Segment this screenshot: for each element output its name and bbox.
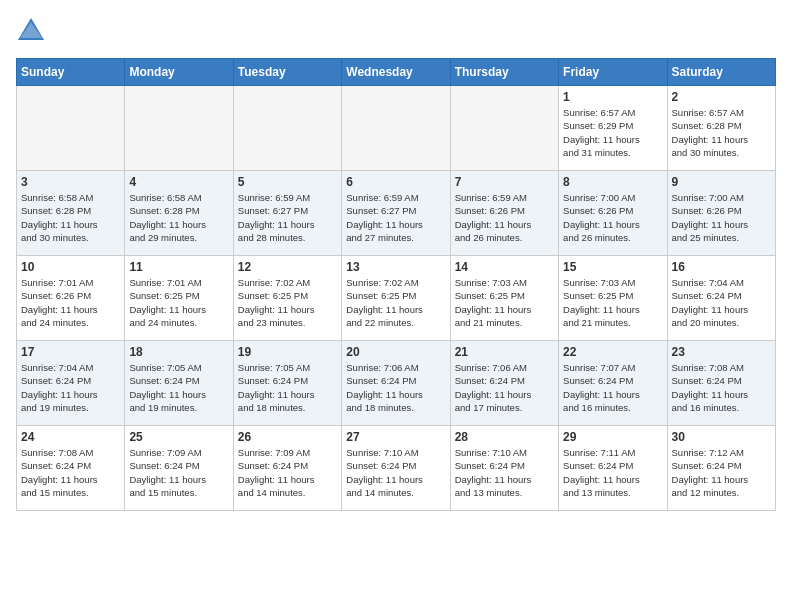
calendar-cell: 18Sunrise: 7:05 AM Sunset: 6:24 PM Dayli… [125,341,233,426]
weekday-header-sunday: Sunday [17,59,125,86]
logo-icon [16,16,46,46]
day-info: Sunrise: 6:58 AM Sunset: 6:28 PM Dayligh… [129,191,228,244]
day-number: 19 [238,345,337,359]
weekday-header-saturday: Saturday [667,59,775,86]
calendar-cell: 17Sunrise: 7:04 AM Sunset: 6:24 PM Dayli… [17,341,125,426]
calendar-week-row: 1Sunrise: 6:57 AM Sunset: 6:29 PM Daylig… [17,86,776,171]
day-info: Sunrise: 7:09 AM Sunset: 6:24 PM Dayligh… [238,446,337,499]
day-number: 24 [21,430,120,444]
day-info: Sunrise: 6:59 AM Sunset: 6:26 PM Dayligh… [455,191,554,244]
day-info: Sunrise: 7:00 AM Sunset: 6:26 PM Dayligh… [672,191,771,244]
day-number: 6 [346,175,445,189]
calendar-cell: 20Sunrise: 7:06 AM Sunset: 6:24 PM Dayli… [342,341,450,426]
calendar-cell: 6Sunrise: 6:59 AM Sunset: 6:27 PM Daylig… [342,171,450,256]
day-number: 28 [455,430,554,444]
weekday-header-wednesday: Wednesday [342,59,450,86]
day-number: 3 [21,175,120,189]
calendar-cell: 29Sunrise: 7:11 AM Sunset: 6:24 PM Dayli… [559,426,667,511]
weekday-header-monday: Monday [125,59,233,86]
day-info: Sunrise: 7:02 AM Sunset: 6:25 PM Dayligh… [238,276,337,329]
day-info: Sunrise: 6:59 AM Sunset: 6:27 PM Dayligh… [238,191,337,244]
calendar-cell: 7Sunrise: 6:59 AM Sunset: 6:26 PM Daylig… [450,171,558,256]
calendar-cell: 27Sunrise: 7:10 AM Sunset: 6:24 PM Dayli… [342,426,450,511]
calendar-cell: 26Sunrise: 7:09 AM Sunset: 6:24 PM Dayli… [233,426,341,511]
day-info: Sunrise: 7:08 AM Sunset: 6:24 PM Dayligh… [21,446,120,499]
day-number: 12 [238,260,337,274]
calendar-cell: 11Sunrise: 7:01 AM Sunset: 6:25 PM Dayli… [125,256,233,341]
calendar-cell: 30Sunrise: 7:12 AM Sunset: 6:24 PM Dayli… [667,426,775,511]
weekday-header-friday: Friday [559,59,667,86]
calendar-cell [125,86,233,171]
day-number: 26 [238,430,337,444]
day-number: 4 [129,175,228,189]
calendar-cell [450,86,558,171]
calendar-cell: 24Sunrise: 7:08 AM Sunset: 6:24 PM Dayli… [17,426,125,511]
calendar-cell: 28Sunrise: 7:10 AM Sunset: 6:24 PM Dayli… [450,426,558,511]
day-number: 18 [129,345,228,359]
day-number: 27 [346,430,445,444]
day-number: 25 [129,430,228,444]
calendar-cell [17,86,125,171]
day-number: 17 [21,345,120,359]
day-number: 11 [129,260,228,274]
day-number: 20 [346,345,445,359]
day-info: Sunrise: 7:07 AM Sunset: 6:24 PM Dayligh… [563,361,662,414]
day-info: Sunrise: 7:06 AM Sunset: 6:24 PM Dayligh… [346,361,445,414]
day-info: Sunrise: 7:03 AM Sunset: 6:25 PM Dayligh… [563,276,662,329]
calendar-cell: 16Sunrise: 7:04 AM Sunset: 6:24 PM Dayli… [667,256,775,341]
day-info: Sunrise: 7:04 AM Sunset: 6:24 PM Dayligh… [672,276,771,329]
calendar-cell: 21Sunrise: 7:06 AM Sunset: 6:24 PM Dayli… [450,341,558,426]
calendar-week-row: 17Sunrise: 7:04 AM Sunset: 6:24 PM Dayli… [17,341,776,426]
day-number: 29 [563,430,662,444]
day-number: 21 [455,345,554,359]
day-info: Sunrise: 7:05 AM Sunset: 6:24 PM Dayligh… [129,361,228,414]
day-number: 30 [672,430,771,444]
calendar-cell: 23Sunrise: 7:08 AM Sunset: 6:24 PM Dayli… [667,341,775,426]
day-info: Sunrise: 7:05 AM Sunset: 6:24 PM Dayligh… [238,361,337,414]
calendar-cell: 15Sunrise: 7:03 AM Sunset: 6:25 PM Dayli… [559,256,667,341]
weekday-header-row: SundayMondayTuesdayWednesdayThursdayFrid… [17,59,776,86]
day-number: 1 [563,90,662,104]
calendar-cell [233,86,341,171]
calendar-cell: 19Sunrise: 7:05 AM Sunset: 6:24 PM Dayli… [233,341,341,426]
day-number: 7 [455,175,554,189]
calendar-cell: 14Sunrise: 7:03 AM Sunset: 6:25 PM Dayli… [450,256,558,341]
day-info: Sunrise: 7:04 AM Sunset: 6:24 PM Dayligh… [21,361,120,414]
logo [16,16,50,46]
day-info: Sunrise: 6:57 AM Sunset: 6:28 PM Dayligh… [672,106,771,159]
day-info: Sunrise: 7:11 AM Sunset: 6:24 PM Dayligh… [563,446,662,499]
day-info: Sunrise: 6:59 AM Sunset: 6:27 PM Dayligh… [346,191,445,244]
day-number: 10 [21,260,120,274]
day-info: Sunrise: 7:02 AM Sunset: 6:25 PM Dayligh… [346,276,445,329]
day-info: Sunrise: 7:00 AM Sunset: 6:26 PM Dayligh… [563,191,662,244]
day-info: Sunrise: 6:57 AM Sunset: 6:29 PM Dayligh… [563,106,662,159]
day-number: 9 [672,175,771,189]
calendar-cell: 8Sunrise: 7:00 AM Sunset: 6:26 PM Daylig… [559,171,667,256]
calendar-cell: 13Sunrise: 7:02 AM Sunset: 6:25 PM Dayli… [342,256,450,341]
calendar-table: SundayMondayTuesdayWednesdayThursdayFrid… [16,58,776,511]
day-info: Sunrise: 7:12 AM Sunset: 6:24 PM Dayligh… [672,446,771,499]
calendar-cell: 25Sunrise: 7:09 AM Sunset: 6:24 PM Dayli… [125,426,233,511]
calendar-cell: 5Sunrise: 6:59 AM Sunset: 6:27 PM Daylig… [233,171,341,256]
calendar-cell: 9Sunrise: 7:00 AM Sunset: 6:26 PM Daylig… [667,171,775,256]
day-info: Sunrise: 7:06 AM Sunset: 6:24 PM Dayligh… [455,361,554,414]
calendar-cell: 1Sunrise: 6:57 AM Sunset: 6:29 PM Daylig… [559,86,667,171]
calendar-cell: 2Sunrise: 6:57 AM Sunset: 6:28 PM Daylig… [667,86,775,171]
calendar-cell: 10Sunrise: 7:01 AM Sunset: 6:26 PM Dayli… [17,256,125,341]
day-number: 8 [563,175,662,189]
page-header [16,16,776,46]
day-number: 13 [346,260,445,274]
day-number: 14 [455,260,554,274]
day-number: 2 [672,90,771,104]
day-number: 15 [563,260,662,274]
day-number: 16 [672,260,771,274]
svg-marker-1 [20,22,42,38]
calendar-cell [342,86,450,171]
calendar-cell: 4Sunrise: 6:58 AM Sunset: 6:28 PM Daylig… [125,171,233,256]
day-info: Sunrise: 6:58 AM Sunset: 6:28 PM Dayligh… [21,191,120,244]
day-number: 22 [563,345,662,359]
day-number: 23 [672,345,771,359]
day-info: Sunrise: 7:09 AM Sunset: 6:24 PM Dayligh… [129,446,228,499]
day-info: Sunrise: 7:08 AM Sunset: 6:24 PM Dayligh… [672,361,771,414]
calendar-cell: 12Sunrise: 7:02 AM Sunset: 6:25 PM Dayli… [233,256,341,341]
